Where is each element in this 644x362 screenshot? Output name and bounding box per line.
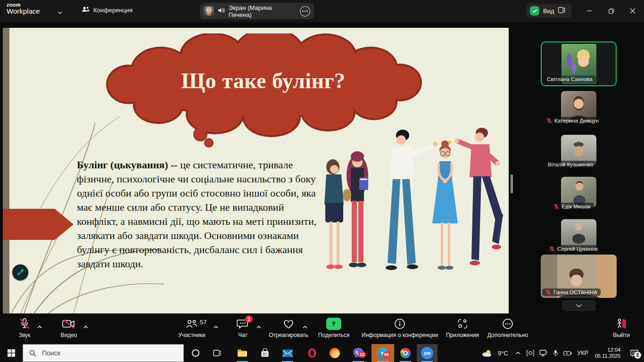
chevron-down-icon bbox=[575, 304, 583, 308]
zoom-meeting-window: zoom Workplace Конференция Экран (Марина… bbox=[0, 0, 644, 362]
close-button[interactable] bbox=[626, 5, 639, 17]
microsoft-store-icon bbox=[260, 348, 270, 358]
titlebar: zoom Workplace Конференция Экран (Марина… bbox=[0, 0, 644, 22]
chat-button[interactable]: 2 Чат bbox=[231, 318, 255, 338]
pencil-icon bbox=[17, 269, 24, 276]
leave-meeting-button[interactable]: Выйти bbox=[608, 318, 635, 338]
meeting-info-button[interactable]: Информация о конференции bbox=[358, 318, 441, 338]
restore-button[interactable] bbox=[604, 5, 618, 17]
mic-muted-icon bbox=[545, 289, 551, 295]
security-shield-icon[interactable] bbox=[530, 6, 539, 16]
tab-options-ellipsis-icon[interactable] bbox=[300, 6, 310, 16]
cortana-button[interactable] bbox=[186, 344, 206, 362]
participants-options-chevron[interactable] bbox=[213, 322, 219, 331]
audio-options-chevron[interactable] bbox=[37, 322, 42, 331]
share-screen-button[interactable]: Поделиться bbox=[315, 318, 353, 338]
microsoft-store-button[interactable] bbox=[256, 344, 274, 362]
video-options-chevron[interactable] bbox=[83, 322, 89, 331]
task-view-button[interactable] bbox=[207, 344, 227, 362]
participant-name-label: Ганна ОСТАНІНА bbox=[542, 288, 601, 296]
tray-battery-icon[interactable] bbox=[561, 351, 574, 356]
tray-capture-icon[interactable] bbox=[524, 350, 537, 356]
react-options-chevron[interactable] bbox=[302, 322, 308, 331]
brand-chevron-down-icon[interactable] bbox=[57, 8, 63, 16]
meeting-toolbar: Звук Видео 57 Участники 2 bbox=[0, 314, 644, 344]
more-participants-button[interactable] bbox=[562, 300, 596, 311]
viber-button[interactable]: 22 bbox=[348, 344, 369, 362]
participant-name-label: Сергей Цуканов bbox=[546, 245, 601, 253]
panel-resize-handle[interactable] bbox=[511, 174, 513, 193]
audio-label: Звук bbox=[19, 332, 31, 338]
share-label: Поделиться bbox=[318, 332, 349, 338]
chat-options-chevron[interactable] bbox=[256, 322, 262, 331]
telegram-button[interactable]: 68 bbox=[372, 344, 394, 362]
windows-logo-icon bbox=[8, 349, 15, 357]
annotation-pencil-button[interactable] bbox=[12, 264, 28, 280]
chrome-button[interactable] bbox=[396, 344, 415, 362]
info-label: Информация о конференции bbox=[362, 332, 438, 338]
participant-name-label: Катерина Демцун bbox=[543, 117, 602, 124]
more-button[interactable]: Дополнительно bbox=[484, 318, 532, 338]
audio-button[interactable]: Звук bbox=[12, 318, 37, 338]
action-center-button[interactable]: 3 bbox=[624, 350, 644, 357]
tray-time: 12:04 bbox=[608, 347, 621, 353]
minimize-button[interactable] bbox=[583, 5, 596, 17]
more-label: Дополнительно bbox=[487, 332, 528, 338]
tab-screen-share[interactable]: Экран (Марина Печена) bbox=[200, 3, 314, 19]
video-label: Видео bbox=[60, 332, 77, 338]
weather-icon[interactable] bbox=[480, 349, 494, 357]
tray-microphone-icon[interactable] bbox=[550, 350, 561, 357]
video-button[interactable]: Видео bbox=[55, 318, 83, 338]
participant-name: Ганна ОСТАНІНА bbox=[553, 289, 597, 295]
zoom-app-icon: zm bbox=[421, 347, 433, 359]
windows-taskbar: Поиск 22 bbox=[0, 344, 644, 362]
apps-label: Приложения bbox=[446, 332, 479, 338]
security-view-pill: Вид bbox=[526, 4, 571, 18]
firefox-button[interactable] bbox=[325, 344, 344, 362]
red-arrow-decoration bbox=[3, 207, 77, 242]
react-label: Отреагировать bbox=[269, 332, 308, 338]
file-explorer-icon bbox=[237, 349, 248, 357]
view-layout-icon[interactable] bbox=[558, 7, 565, 15]
view-button-label[interactable]: Вид bbox=[543, 8, 554, 15]
slide-body-lead: Булінг (цькування) -- bbox=[77, 159, 178, 171]
participants-icon: 57 bbox=[186, 318, 198, 330]
tray-temperature[interactable]: 9°C bbox=[494, 350, 512, 357]
participant-name: Світлана Сахнова bbox=[547, 76, 593, 82]
search-icon bbox=[29, 350, 36, 357]
participants-button[interactable]: 57 Участники bbox=[174, 318, 210, 338]
mail-button[interactable] bbox=[278, 344, 297, 362]
participant-name-label: Світлана Сахнова bbox=[544, 75, 596, 83]
tray-network-icon[interactable] bbox=[537, 350, 550, 356]
participant-name: Катерина Демцун bbox=[554, 118, 599, 123]
apps-button[interactable]: Приложения bbox=[442, 318, 483, 338]
zoom-app-button[interactable]: zm bbox=[417, 344, 438, 362]
meeting-content-area: Що таке булінг? Булінг (цькування) -- це… bbox=[0, 22, 644, 314]
tray-chevron-up-icon[interactable] bbox=[512, 351, 524, 355]
tab-conference-label: Конференция bbox=[93, 7, 132, 14]
opera-button[interactable] bbox=[303, 344, 322, 362]
more-ellipsis-icon bbox=[502, 318, 513, 330]
participant-tile-active-speaker[interactable]: Світлана Сахнова bbox=[541, 41, 617, 86]
shared-screen-slide: Що таке булінг? Булінг (цькування) -- це… bbox=[3, 28, 509, 313]
file-explorer-button[interactable] bbox=[233, 344, 252, 362]
clock[interactable]: 12:04 05.11.2025 bbox=[591, 347, 624, 359]
participant-name: Едік Мишак bbox=[561, 204, 591, 209]
taskbar-search-input[interactable]: Поиск bbox=[23, 344, 184, 362]
chat-icon: 2 bbox=[237, 318, 249, 330]
leave-label: Выйти bbox=[613, 332, 630, 338]
notification-count-badge: 3 bbox=[634, 352, 641, 359]
tab-screen-label: Экран (Марина Печена) bbox=[229, 4, 296, 18]
chat-label: Чат bbox=[238, 332, 248, 338]
mic-muted-icon bbox=[19, 318, 30, 330]
speaker-icon bbox=[218, 7, 225, 15]
firefox-icon bbox=[330, 348, 340, 358]
bullying-illustration bbox=[314, 123, 509, 280]
mic-muted-icon bbox=[553, 204, 559, 209]
start-button[interactable] bbox=[0, 344, 23, 362]
brand-workplace: Workplace bbox=[7, 7, 40, 15]
participants-count: 57 bbox=[200, 319, 206, 326]
tab-conference[interactable]: Конференция bbox=[81, 6, 132, 15]
language-indicator[interactable]: УКР bbox=[574, 350, 591, 356]
people-icon bbox=[81, 6, 90, 15]
